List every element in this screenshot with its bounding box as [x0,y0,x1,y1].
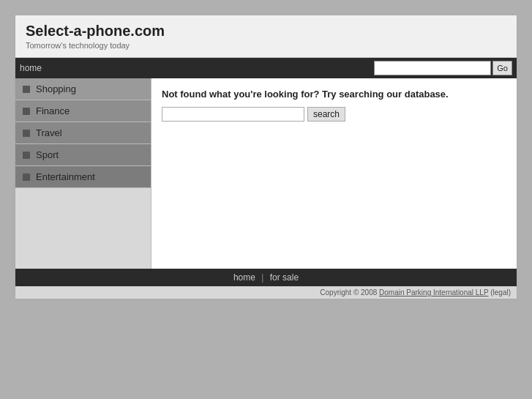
content-area: Not found what you're looking for? Try s… [151,78,517,269]
sidebar-item-label: Travel [36,127,62,138]
sidebar-item-finance[interactable]: Finance [15,100,151,122]
nav-go-button[interactable]: Go [492,61,512,75]
navbar: home Go [15,58,517,78]
footer-bar: home | for sale [15,269,517,286]
sidebar-item-label: Sport [36,149,59,160]
copyright-bar: Copyright © 2008 Domain Parking Internat… [15,286,517,299]
footer-home-link[interactable]: home [233,272,255,283]
nav-home-link[interactable]: home [20,63,42,73]
square-icon [23,174,30,181]
nav-search-area: Go [374,61,512,75]
copyright-link[interactable]: Domain Parking International LLP [379,288,488,297]
sidebar-item-entertainment[interactable]: Entertainment [15,166,151,188]
sidebar-item-label: Finance [36,105,70,116]
site-title: Select-a-phone.com [26,23,506,40]
header: Select-a-phone.com Tomorrow's technology… [15,15,517,58]
sidebar-item-shopping[interactable]: Shopping [15,78,151,100]
not-found-text: Not found what you're looking for? Try s… [162,89,506,100]
content-search-button[interactable]: search [307,107,345,122]
square-icon [23,108,30,115]
square-icon [23,86,30,93]
square-icon [23,152,30,159]
sidebar: Shopping Finance Travel Sport Entertainm… [15,78,151,269]
square-icon [23,130,30,137]
footer-separator: | [261,272,263,283]
main-layout: Shopping Finance Travel Sport Entertainm… [15,78,517,269]
footer-for-sale-link[interactable]: for sale [270,272,299,283]
sidebar-item-label: Shopping [36,83,76,94]
page-wrapper: Select-a-phone.com Tomorrow's technology… [15,15,517,299]
sidebar-item-label: Entertainment [36,171,95,182]
copyright-legal: (legal) [488,288,511,297]
site-tagline: Tomorrow's technology today [26,41,506,50]
copyright-text: Copyright © 2008 [320,288,379,297]
sidebar-item-sport[interactable]: Sport [15,144,151,166]
search-row: search [162,107,506,122]
content-search-input[interactable] [162,107,304,122]
nav-search-input[interactable] [374,61,491,75]
sidebar-item-travel[interactable]: Travel [15,122,151,144]
